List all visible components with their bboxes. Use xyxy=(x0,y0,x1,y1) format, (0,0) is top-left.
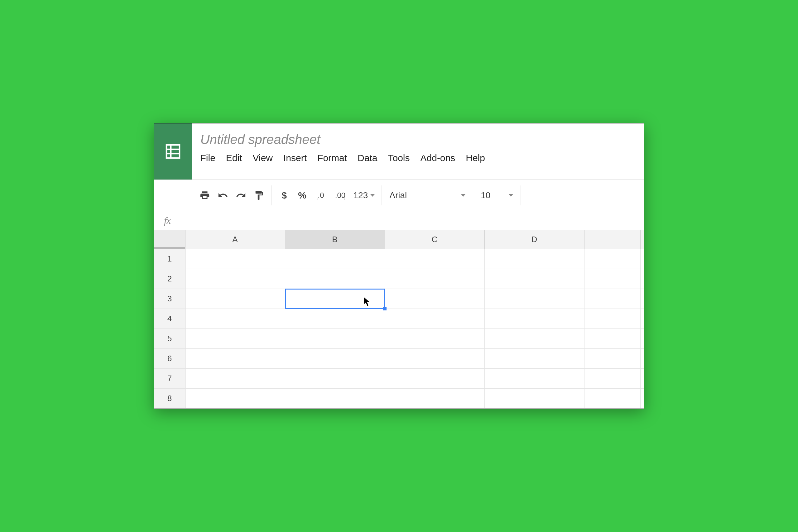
increase-decimal-button[interactable]: .00 → xyxy=(332,188,348,203)
grid-row: 6 xyxy=(154,349,644,369)
cell[interactable] xyxy=(485,269,585,289)
cell[interactable] xyxy=(485,369,585,388)
print-icon xyxy=(200,190,210,201)
row-header-7[interactable]: 7 xyxy=(154,369,186,388)
cell[interactable] xyxy=(186,329,285,348)
grid-row: 4 xyxy=(154,309,644,329)
arrow-right-icon: → xyxy=(340,196,346,202)
cell[interactable] xyxy=(385,309,485,328)
paint-format-icon xyxy=(254,190,264,201)
cell[interactable] xyxy=(585,289,641,308)
cell[interactable] xyxy=(385,388,485,408)
title-area: Untitled spreadsheet File Edit View Inse… xyxy=(192,124,644,179)
cell[interactable] xyxy=(385,289,485,308)
menu-edit[interactable]: Edit xyxy=(226,153,242,163)
cell[interactable] xyxy=(585,349,641,368)
header: Untitled spreadsheet File Edit View Inse… xyxy=(154,124,644,180)
menu-file[interactable]: File xyxy=(201,153,215,163)
chevron-down-icon xyxy=(461,194,466,197)
cell[interactable] xyxy=(585,329,641,348)
column-header-d[interactable]: D xyxy=(485,230,585,249)
menu-data[interactable]: Data xyxy=(358,153,377,163)
cell[interactable] xyxy=(186,349,285,368)
menu-help[interactable]: Help xyxy=(466,153,485,163)
cell[interactable] xyxy=(385,329,485,348)
row-header-2[interactable]: 2 xyxy=(154,269,186,289)
row-header-5[interactable]: 5 xyxy=(154,329,186,348)
cell[interactable] xyxy=(186,249,285,269)
menu-view[interactable]: View xyxy=(253,153,273,163)
cell[interactable] xyxy=(485,329,585,348)
cell[interactable] xyxy=(385,269,485,289)
cell[interactable] xyxy=(186,289,285,308)
cell[interactable] xyxy=(485,388,585,408)
cell[interactable] xyxy=(285,249,385,269)
print-button[interactable] xyxy=(197,188,212,203)
column-header-c[interactable]: C xyxy=(385,230,485,249)
formula-input[interactable] xyxy=(181,211,644,230)
cell-grid[interactable]: ABCD 12345678 xyxy=(154,230,644,408)
cell[interactable] xyxy=(585,249,641,269)
paint-format-button[interactable] xyxy=(251,188,267,203)
cell[interactable] xyxy=(485,309,585,328)
chevron-down-icon xyxy=(370,194,375,197)
cell[interactable] xyxy=(186,269,285,289)
menu-format[interactable]: Format xyxy=(317,153,347,163)
document-title[interactable]: Untitled spreadsheet xyxy=(201,132,635,147)
redo-icon xyxy=(236,190,246,201)
font-size-label: 10 xyxy=(481,190,490,201)
cell[interactable] xyxy=(285,349,385,368)
row-header-8[interactable]: 8 xyxy=(154,388,186,408)
fx-label: fx xyxy=(154,211,181,230)
column-headers: ABCD xyxy=(154,230,644,249)
arrow-left-icon: ← xyxy=(316,196,321,202)
currency-button[interactable]: $ xyxy=(277,188,292,203)
cell[interactable] xyxy=(485,289,585,308)
row-header-6[interactable]: 6 xyxy=(154,349,186,368)
cell[interactable] xyxy=(385,249,485,269)
column-header-b[interactable]: B xyxy=(285,230,385,249)
sheets-icon xyxy=(164,143,182,160)
redo-button[interactable] xyxy=(233,188,248,203)
cell[interactable] xyxy=(285,289,385,308)
menu-insert[interactable]: Insert xyxy=(283,153,307,163)
decrease-decimal-button[interactable]: .0 ← xyxy=(313,188,329,203)
cell[interactable] xyxy=(585,388,641,408)
percent-button[interactable]: % xyxy=(295,188,310,203)
cell[interactable] xyxy=(186,309,285,328)
cell[interactable] xyxy=(186,388,285,408)
cell[interactable] xyxy=(585,309,641,328)
chevron-down-icon xyxy=(509,194,513,197)
cell[interactable] xyxy=(285,388,385,408)
cell[interactable] xyxy=(585,269,641,289)
font-size-select[interactable]: 10 xyxy=(475,187,519,204)
cell[interactable] xyxy=(485,349,585,368)
menu-tools[interactable]: Tools xyxy=(388,153,410,163)
cell[interactable] xyxy=(385,349,485,368)
font-family-select[interactable]: Arial xyxy=(384,187,471,204)
app-icon[interactable] xyxy=(154,124,192,179)
more-formats-button[interactable]: 123 xyxy=(352,188,377,203)
cell[interactable] xyxy=(385,369,485,388)
undo-icon xyxy=(217,190,228,201)
toolbar: $ % .0 ← .00 → 123 Arial 10 xyxy=(154,180,644,211)
row-header-1[interactable]: 1 xyxy=(154,249,186,269)
cell[interactable] xyxy=(585,369,641,388)
select-all-corner[interactable] xyxy=(154,230,186,249)
cell[interactable] xyxy=(186,369,285,388)
row-header-4[interactable]: 4 xyxy=(154,309,186,328)
menu-bar: File Edit View Insert Format Data Tools … xyxy=(201,153,635,163)
grid-row: 5 xyxy=(154,329,644,349)
column-header-partial[interactable] xyxy=(585,230,641,249)
cell[interactable] xyxy=(485,249,585,269)
grid-row: 1 xyxy=(154,249,644,269)
cell[interactable] xyxy=(285,329,385,348)
cell[interactable] xyxy=(285,309,385,328)
column-header-a[interactable]: A xyxy=(186,230,285,249)
cell[interactable] xyxy=(285,369,385,388)
grid-row: 3 xyxy=(154,289,644,309)
row-header-3[interactable]: 3 xyxy=(154,289,186,308)
undo-button[interactable] xyxy=(215,188,230,203)
menu-addons[interactable]: Add-ons xyxy=(420,153,455,163)
cell[interactable] xyxy=(285,269,385,289)
